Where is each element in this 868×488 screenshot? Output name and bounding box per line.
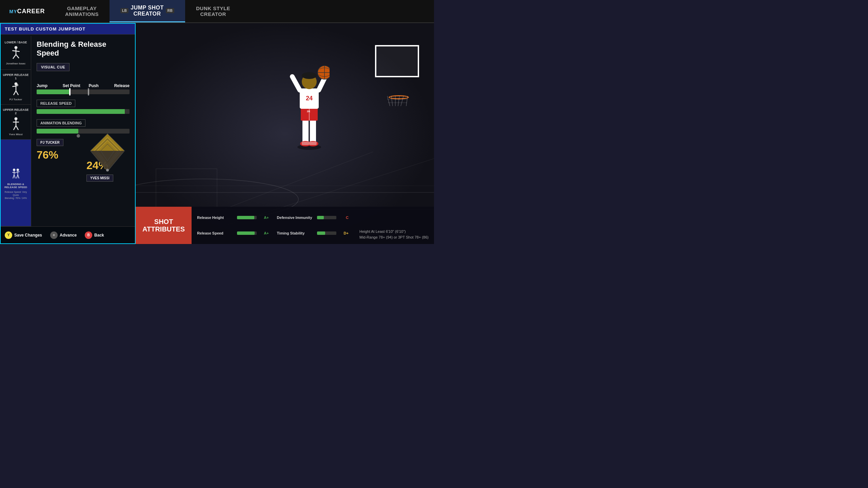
release-height-label: Release Height <box>197 216 234 220</box>
svg-rect-40 <box>156 169 217 209</box>
tab-gameplay-label: GameplayAnimations <box>65 5 99 17</box>
blend-players: PJ TUCKER 76% 24% YVES MISSI <box>37 139 130 184</box>
blend-player-1: PJ TUCKER 76% <box>37 139 80 184</box>
tab-jumpshot[interactable]: LB Jump ShotCreator RB <box>110 0 185 22</box>
svg-point-64 <box>302 72 317 79</box>
upper-release-1-icon <box>9 81 23 97</box>
blending-card-sublabel: Release Speed: Very QuickBlending: 76% /… <box>2 190 29 200</box>
player2-badge: YVES MISSI <box>86 175 113 182</box>
svg-line-15 <box>16 125 18 129</box>
back-action[interactable]: B Back <box>85 231 104 239</box>
panel-title: TEST BUILD CUSTOM JUMPSHOT <box>1 24 135 35</box>
mycareer-logo: myCAREER <box>0 0 54 22</box>
player1-pct: 76% <box>37 149 80 161</box>
svg-line-23 <box>14 175 15 179</box>
release-height-row: Release Height A+ <box>197 211 269 224</box>
sidebar-label-lower-base: Lower / Base <box>4 41 27 44</box>
player-figure: 24 <box>289 56 330 151</box>
jump-release-fill <box>37 89 70 94</box>
svg-rect-67 <box>302 142 309 145</box>
sidebar-card-lower-base[interactable]: Lower / Base Jonathan Isaac <box>1 36 31 70</box>
push-thumb <box>88 88 89 96</box>
upper-release-2-icon <box>9 116 23 131</box>
lb-badge: LB <box>120 8 129 13</box>
timing-stability-grade: D+ <box>339 231 349 235</box>
svg-line-14 <box>13 125 16 129</box>
svg-line-20 <box>12 172 16 173</box>
release-speed-track[interactable] <box>37 109 130 114</box>
animation-blending-section: ANIMATION BLENDING <box>37 119 130 134</box>
svg-point-0 <box>14 46 17 49</box>
y-button-icon: Y <box>5 231 12 239</box>
push-label: Push <box>88 83 98 88</box>
hoop-container <box>351 45 419 113</box>
release-speed-bar <box>237 231 256 235</box>
release-height-fill <box>237 216 254 219</box>
release-speed-label-attr: Release Speed <box>197 231 234 235</box>
left-panel: TEST BUILD CUSTOM JUMPSHOT Lower / Base … <box>0 23 136 244</box>
svg-line-3 <box>13 55 16 59</box>
footer-line2: Mid-Range 78+ (94) or 3PT Shot 78+ (86) <box>359 235 429 240</box>
svg-line-47 <box>406 96 408 106</box>
release-height-grade: A+ <box>259 216 269 220</box>
blend-dot <box>77 134 80 138</box>
shot-attributes-grid: Release Height A+ Defensive Immunity C R… <box>192 207 354 244</box>
svg-line-21 <box>16 172 20 172</box>
svg-line-57 <box>292 77 300 90</box>
tab-gameplay[interactable]: GameplayAnimations <box>54 0 110 22</box>
animation-blending-label: ANIMATION BLENDING <box>37 119 85 127</box>
defensive-immunity-row: Defensive Immunity C <box>277 211 349 224</box>
svg-line-25 <box>18 175 19 179</box>
save-changes-label: Save Changes <box>14 233 42 238</box>
jump-release-slider-section: Jump Set Point Push Release <box>37 83 130 94</box>
sidebar-player-lower-base: Jonathan Isaac <box>6 62 26 65</box>
timing-stability-row: Timing Stability D+ <box>277 226 349 240</box>
sidebar-card-upper-release-1[interactable]: Upper Release 1 PJ Tucker <box>1 70 31 105</box>
content-area: Blending & Release Speed VISUAL CUE Jump… <box>31 35 135 243</box>
jump-release-track[interactable] <box>37 89 130 94</box>
main-layout: TEST BUILD CUSTOM JUMPSHOT Lower / Base … <box>0 23 434 244</box>
release-speed-row: Release Speed A+ <box>197 226 269 240</box>
svg-point-8 <box>16 84 18 86</box>
shot-attributes-panel: SHOTATTRIBUTES Release Height A+ Defensi… <box>136 207 434 244</box>
visual-cue-button[interactable]: VISUAL CUE <box>37 63 70 71</box>
tab-jumpshot-label: Jump ShotCreator <box>131 5 164 17</box>
svg-line-10 <box>16 90 18 95</box>
svg-point-34 <box>106 169 109 171</box>
diamond-graphic <box>89 132 126 174</box>
sidebar-label-upper-release-2: Upper Release 2 <box>2 108 29 115</box>
back-label: Back <box>94 233 104 238</box>
svg-line-45 <box>398 96 399 106</box>
svg-line-4 <box>16 55 19 58</box>
sidebar-player-upper-release-1: PJ Tucker <box>9 98 22 101</box>
defensive-immunity-grade: C <box>339 216 349 220</box>
release-height-bar <box>237 216 256 219</box>
hoop-net <box>387 96 410 108</box>
svg-text:24: 24 <box>306 95 313 102</box>
tab-dunk[interactable]: Dunk StyleCreator <box>185 0 241 22</box>
svg-rect-68 <box>309 142 317 145</box>
sidebar-card-upper-release-2[interactable]: Upper Release 2 Yves Missi <box>1 105 31 140</box>
release-label: Release <box>114 83 130 88</box>
set-point-label: Set Point <box>63 83 80 88</box>
release-speed-fill-attr <box>237 231 255 235</box>
advance-action[interactable]: ≡ Advance <box>50 231 77 239</box>
defensive-immunity-bar <box>317 216 336 219</box>
b-button-icon: B <box>85 231 92 239</box>
visual-cue-row: VISUAL CUE <box>37 63 130 78</box>
svg-line-24 <box>16 175 18 179</box>
hoop-backboard <box>375 45 419 77</box>
defensive-immunity-fill <box>317 216 324 219</box>
svg-line-7 <box>12 86 16 86</box>
footer-line1: Height At Least 6'10" (6'10") <box>359 229 429 235</box>
sidebar-card-blending[interactable]: Blending & Release Speed Release Speed: … <box>1 140 31 226</box>
save-changes-action[interactable]: Y Save Changes <box>5 231 42 239</box>
svg-line-42 <box>387 96 390 106</box>
blending-card-label: Blending & Release Speed <box>2 183 29 189</box>
player1-badge: PJ TUCKER <box>37 139 63 146</box>
lower-base-icon <box>9 45 23 61</box>
top-nav: myCAREER GameplayAnimations LB Jump Shot… <box>0 0 434 23</box>
release-speed-label: RELEASE SPEED <box>37 100 75 107</box>
svg-line-46 <box>401 96 403 106</box>
timing-stability-bar <box>317 231 336 235</box>
